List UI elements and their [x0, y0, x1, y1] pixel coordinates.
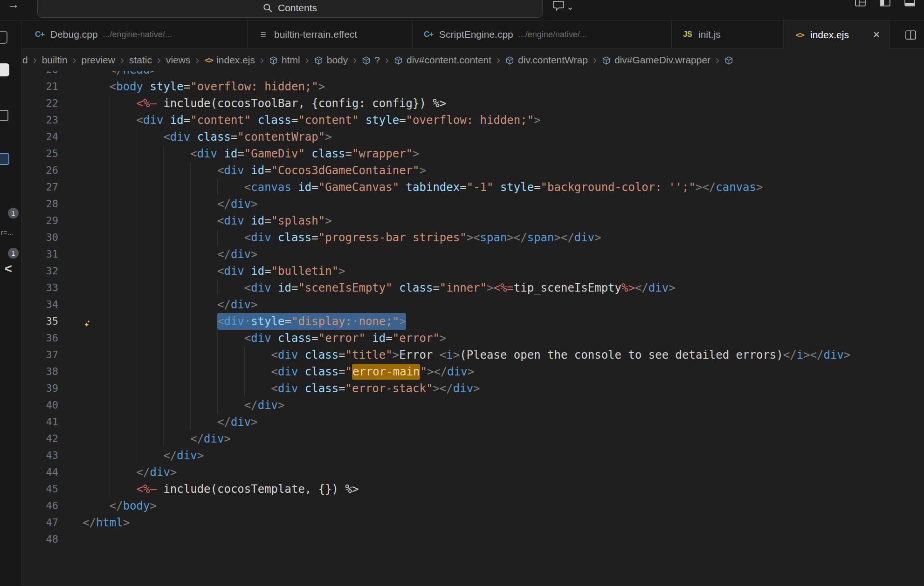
line-number: 44: [21, 464, 58, 481]
code-token: >: [150, 499, 157, 512]
code-line[interactable]: 25<div id="GameDiv" class="wrapper">: [21, 145, 924, 162]
code-line[interactable]: 22<%– include(cocosToolBar, {config: con…: [21, 95, 924, 112]
code-line[interactable]: 33<div id="sceneIsEmpty" class="inner"><…: [21, 279, 924, 296]
split-editor-icon[interactable]: [905, 29, 917, 41]
close-icon[interactable]: ✕: [867, 29, 880, 40]
breadcrumb-item-body[interactable]: body: [314, 55, 348, 66]
breadcrumb-item-clipped[interactable]: ?: [362, 55, 380, 66]
symbol-cube-icon: [724, 56, 733, 65]
code-token: div: [278, 365, 305, 378]
code-line[interactable]: 45<%– include(cocosTemplate, {}) %>: [21, 481, 924, 497]
code-line[interactable]: 47</html>: [21, 514, 924, 531]
breadcrumb-item-index-ejs[interactable]: <>index.ejs: [204, 55, 255, 66]
code-line[interactable]: 31</div>: [21, 246, 924, 263]
code-token: div: [231, 198, 251, 211]
code-token: "overflow: hidden;": [406, 114, 534, 127]
code-token: style: [150, 80, 184, 93]
code-token: >: [318, 80, 325, 93]
tab-debug-cpp[interactable]: C+Debug.cpp.../engine-native/...: [24, 20, 248, 48]
line-number: 42: [21, 430, 58, 447]
code-token: error-main: [352, 364, 421, 380]
breadcrumb-separator-icon: ›: [496, 55, 500, 65]
code-line[interactable]: 46</body>: [21, 497, 924, 514]
breadcrumb-item-views[interactable]: views: [166, 55, 191, 66]
breadcrumb-item-div-content-content[interactable]: div#content.content: [394, 55, 491, 66]
code-line[interactable]: 40</div>: [21, 397, 924, 414]
copilot-sparkle-icon[interactable]: ✦✦: [84, 313, 90, 332]
code-line[interactable]: 48: [21, 531, 924, 548]
indent-guide: [217, 347, 244, 363]
line-number: 26: [21, 162, 58, 179]
indent-guide: [110, 347, 137, 363]
tab-index-ejs[interactable]: <>index.ejs✕: [784, 20, 890, 49]
indent-guide: [217, 380, 244, 397]
indent-guide: [110, 363, 137, 380]
code-token: </: [110, 499, 123, 512]
indent-space: [83, 162, 110, 179]
code-line[interactable]: 35<div·style="display:·none;">✦✦: [21, 313, 924, 330]
breadcrumb-item-d[interactable]: d: [22, 55, 28, 66]
symbol-cube-icon: [505, 56, 514, 65]
code-line[interactable]: 20</head>: [21, 71, 924, 78]
toggle-sidebar-icon[interactable]: [879, 0, 891, 8]
clipped-activity-icon[interactable]: [0, 153, 9, 165]
toggle-panel-icon[interactable]: [904, 0, 916, 8]
symbol-cube-icon: [394, 56, 403, 65]
line-number: 27: [21, 179, 58, 196]
code-line[interactable]: 44</div>: [21, 464, 924, 481]
code-line[interactable]: 39<div class="error-stack"></div>: [21, 380, 924, 397]
code-line[interactable]: 37<div class="title">Error <i>(Please op…: [21, 347, 924, 363]
code-line[interactable]: 41</div>: [21, 414, 924, 430]
clipped-activity-icon[interactable]: [0, 110, 8, 121]
tab-scriptengine-cpp[interactable]: C+ScriptEngine.cpp.../engine/native/...: [413, 20, 672, 48]
code-line[interactable]: 42</div>: [21, 430, 924, 447]
code-line[interactable]: 36<div class="error" id="error">: [21, 330, 924, 347]
code-line[interactable]: 21<body style="overflow: hidden;">: [21, 78, 924, 95]
breadcrumb-item-builtin[interactable]: builtin: [42, 55, 68, 66]
breadcrumb-item-html[interactable]: html: [269, 55, 300, 66]
code-line[interactable]: 24<div class="contentWrap">: [21, 129, 924, 145]
breadcrumb-item-div-gamediv-wrapper[interactable]: div#GameDiv.wrapper: [602, 55, 710, 66]
breadcrumb-item-div-contentwrap[interactable]: div.contentWrap: [505, 55, 588, 66]
tab-init-js[interactable]: JSinit.js: [672, 20, 784, 48]
code-token: >: [197, 449, 204, 462]
code-line[interactable]: 26<div id="Cocos3dGameContainer">: [21, 162, 924, 179]
code-line[interactable]: 32<div id="bulletin">: [21, 263, 924, 279]
code-line[interactable]: 27<canvas id="GameCanvas" tabindex="-1" …: [21, 179, 924, 196]
code-editor[interactable]: 20</head>21<body style="overflow: hidden…: [21, 71, 924, 586]
code-token: id: [251, 164, 264, 177]
code-token: div: [258, 399, 278, 412]
code-line[interactable]: 43</div>: [21, 447, 924, 464]
code-line[interactable]: 23<div id="content" class="content" styl…: [21, 112, 924, 129]
selection-highlight: <div·style="display:·none;">: [217, 313, 406, 330]
code-content: </div>: [83, 430, 231, 447]
breadcrumb-item-clipped[interactable]: [724, 55, 733, 65]
line-number: 43: [21, 447, 58, 464]
indent-guide: [244, 380, 271, 397]
code-line[interactable]: 28</div>: [21, 196, 924, 212]
clipped-activity-icon[interactable]: [0, 31, 7, 44]
indent-guide: [190, 246, 217, 263]
breadcrumb-item-preview[interactable]: preview: [82, 55, 115, 66]
breadcrumb-label: views: [166, 55, 191, 66]
feedback-button[interactable]: ⌄: [553, 0, 574, 12]
breadcrumb-separator-icon: ›: [157, 55, 161, 65]
code-line[interactable]: 30<div class="progress-bar stripes"><spa…: [21, 229, 924, 246]
command-center-search[interactable]: Contents: [37, 0, 543, 18]
indent-guide: [137, 296, 164, 313]
code-token: =: [433, 281, 439, 294]
nav-forward-icon[interactable]: →: [7, 0, 20, 12]
code-line[interactable]: 38<div class="error-main"></div>: [21, 363, 924, 380]
clipped-activity-icon[interactable]: [0, 63, 9, 76]
breadcrumb-item-static[interactable]: static: [129, 55, 152, 66]
code-line[interactable]: 34</div>: [21, 296, 924, 313]
collapse-chevron-icon[interactable]: <: [5, 262, 12, 276]
customize-layout-icon[interactable]: [855, 0, 866, 8]
code-token: >: [507, 231, 513, 244]
code-token: div: [170, 130, 197, 143]
code-line[interactable]: 29<div id="splash">: [21, 212, 924, 229]
tab-builtin-terrain-effect[interactable]: ≡builtin-terrain.effect: [248, 20, 413, 48]
code-token: ": [420, 365, 427, 378]
indent-guide: [190, 196, 217, 212]
code-token: >: [251, 198, 257, 211]
